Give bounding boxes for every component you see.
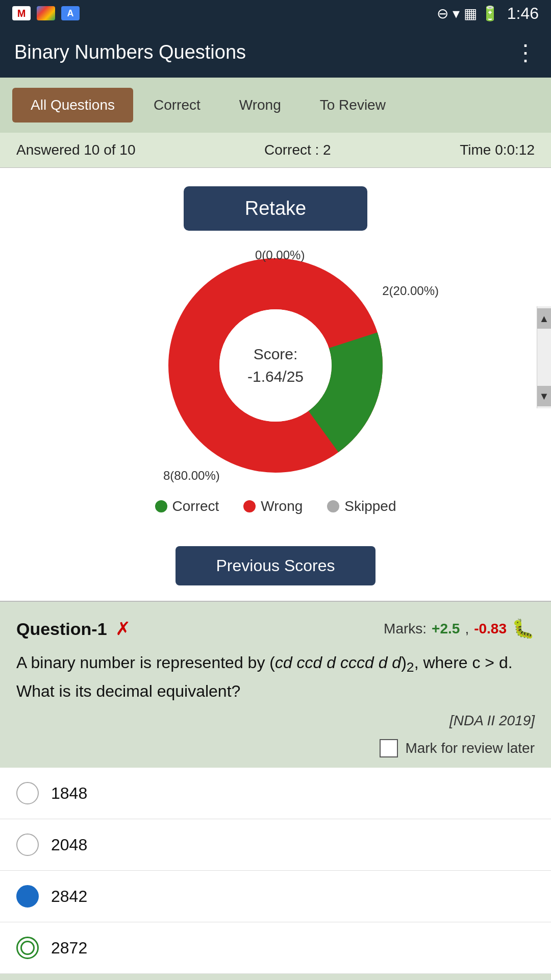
mark-for-review-label: Mark for review later xyxy=(405,740,535,756)
radio-2842[interactable] xyxy=(16,885,39,908)
correct-count: Correct : 2 xyxy=(264,142,331,158)
tab-all-questions[interactable]: All Questions xyxy=(12,88,133,122)
legend-wrong-label: Wrong xyxy=(261,498,303,514)
question-num-block: Question-1 ✗ xyxy=(16,618,131,640)
scroll-down-button[interactable]: ▼ xyxy=(537,386,552,406)
battery-icon: 🔋 xyxy=(481,5,499,22)
status-bar: M ⬡ A ⊖ ▾ ▦ 🔋 1:46 xyxy=(0,0,551,27)
marks-sep: , xyxy=(465,621,469,637)
scrollbar[interactable]: ▲ ▼ xyxy=(537,306,551,408)
status-time: 1:46 xyxy=(507,4,539,23)
option-label-2842: 2842 xyxy=(51,887,87,906)
marks-label: Marks: xyxy=(384,621,427,637)
retake-section: Retake xyxy=(0,168,551,243)
question-number: Question-1 xyxy=(16,619,107,639)
marks-negative: -0.83 xyxy=(474,621,507,637)
bug-icon[interactable]: 🐛 xyxy=(512,618,535,640)
radio-2872[interactable] xyxy=(16,937,39,959)
app-title: Binary Numbers Questions xyxy=(14,41,246,63)
question-header: Question-1 ✗ Marks: +2.5,-0.83 🐛 xyxy=(16,618,535,640)
chart-section: 0(0.00%) 2(20.00%) 8(80.00%) Score: -1.6… xyxy=(0,243,551,531)
time-elapsed: Time 0:0:12 xyxy=(460,142,535,158)
legend-skipped-label: Skipped xyxy=(344,498,396,514)
chart-legend: Correct Wrong Skipped xyxy=(155,498,396,514)
mark-for-review-checkbox[interactable] xyxy=(380,739,398,757)
donut-svg: Score: -1.64/25 xyxy=(153,243,398,488)
question-source: [NDA II 2019] xyxy=(16,713,535,729)
skipped-dot xyxy=(327,500,339,512)
legend-wrong: Wrong xyxy=(243,498,303,514)
question-wrong-mark: ✗ xyxy=(115,618,131,640)
status-bar-right: ⊖ ▾ ▦ 🔋 1:46 xyxy=(437,4,539,23)
tab-to-review[interactable]: To Review xyxy=(302,88,404,122)
radio-1848[interactable] xyxy=(16,782,39,804)
signal-icon: ▦ xyxy=(464,5,477,22)
question-text: A binary number is represented by (cd cc… xyxy=(16,650,535,704)
app-bar: Binary Numbers Questions ⋮ xyxy=(0,27,551,78)
donut-chart-wrapper: 0(0.00%) 2(20.00%) 8(80.00%) Score: -1.6… xyxy=(153,243,398,488)
a-icon: A xyxy=(61,6,80,20)
chart-label-correct: 2(20.00%) xyxy=(382,284,439,298)
option-row-1848[interactable]: 1848 xyxy=(0,768,551,819)
mark-review-row: Mark for review later xyxy=(16,739,535,768)
options-section: 1848 2048 2842 2872 xyxy=(0,768,551,974)
tabs-container: All Questions Correct Wrong To Review xyxy=(0,78,551,133)
marks-positive: +2.5 xyxy=(432,621,460,637)
chart-label-wrong: 8(80.00%) xyxy=(163,469,220,483)
answered-count: Answered 10 of 10 xyxy=(16,142,136,158)
option-label-1848: 1848 xyxy=(51,784,87,803)
question-section: Question-1 ✗ Marks: +2.5,-0.83 🐛 A binar… xyxy=(0,601,551,768)
chart-label-skipped: 0(0.00%) xyxy=(255,248,305,262)
svg-text:Score:: Score: xyxy=(254,346,298,362)
tab-wrong[interactable]: Wrong xyxy=(221,88,299,122)
radio-correct-inner xyxy=(20,941,35,955)
option-row-2872[interactable]: 2872 xyxy=(0,922,551,974)
legend-correct-label: Correct xyxy=(172,498,219,514)
svg-text:-1.64/25: -1.64/25 xyxy=(247,368,304,385)
option-row-2048[interactable]: 2048 xyxy=(0,819,551,871)
radio-2048[interactable] xyxy=(16,834,39,856)
previous-scores-button[interactable]: Previous Scores xyxy=(176,546,376,585)
more-menu-icon[interactable]: ⋮ xyxy=(514,39,537,65)
scroll-up-button[interactable]: ▲ xyxy=(537,308,552,329)
wifi-icon: ▾ xyxy=(453,5,460,22)
wrong-dot xyxy=(243,500,256,512)
retake-button[interactable]: Retake xyxy=(184,186,367,231)
dnd-icon: ⊖ xyxy=(437,5,448,22)
option-label-2872: 2872 xyxy=(51,939,87,958)
stats-row: Answered 10 of 10 Correct : 2 Time 0:0:1… xyxy=(0,133,551,168)
previous-scores-section: Previous Scores xyxy=(0,531,551,601)
gmail-icon: M xyxy=(12,6,31,20)
tab-correct[interactable]: Correct xyxy=(135,88,219,122)
correct-dot xyxy=(155,500,167,512)
marks-info: Marks: +2.5,-0.83 🐛 xyxy=(384,618,535,640)
solution-section: Solution: Binary numbers are represented… xyxy=(0,974,551,980)
option-row-2842[interactable]: 2842 xyxy=(0,871,551,922)
svg-point-2 xyxy=(219,309,332,422)
photos-icon: ⬡ xyxy=(37,6,55,20)
status-bar-left: M ⬡ A xyxy=(12,6,80,20)
legend-correct: Correct xyxy=(155,498,219,514)
option-label-2048: 2048 xyxy=(51,836,87,854)
legend-skipped: Skipped xyxy=(327,498,396,514)
status-icons: ⊖ ▾ ▦ 🔋 xyxy=(437,5,499,22)
